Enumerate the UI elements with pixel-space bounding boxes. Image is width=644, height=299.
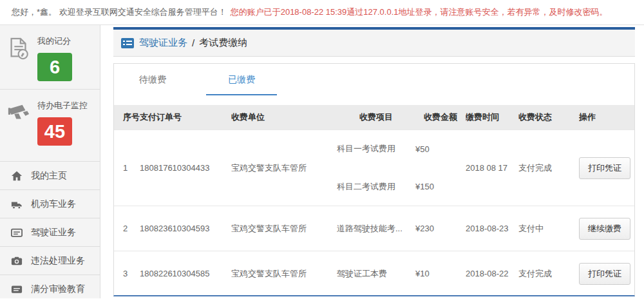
fee-item-name: 道路驾驶技能考... (337, 223, 402, 235)
fee-item-name: 科目二考试费用 (337, 181, 395, 193)
cell-amounts: ¥230 (415, 206, 466, 251)
cell-unit: 宝鸡交警支队车管所 (231, 130, 337, 206)
sidebar-item-机动车业务[interactable]: 机动车业务 (0, 189, 100, 218)
cell-item-names: 驾驶证工本费 (337, 251, 415, 296)
cell-pay-time: 2018-08-23 (466, 206, 518, 251)
sidebar-item-满分审验教育[interactable]: 满分审验教育 (0, 275, 100, 299)
payment-panel: 待缴费已缴费 序号支付订单号收费单位收费项目收费金额缴费时间收费状态操作1180… (113, 63, 635, 296)
print-receipt-button[interactable]: 打印凭证 (579, 263, 630, 285)
cell-item-names: 道路驾驶技能考... (337, 206, 415, 251)
sidebar-item-label: 机动车业务 (31, 198, 76, 210)
breadcrumb-section-link[interactable]: 驾驶证业务 (139, 37, 187, 49)
payment-tabs: 待缴费已缴费 (114, 64, 634, 95)
breadcrumb-current-page: 考试费缴纳 (199, 37, 247, 49)
motor-vehicle-icon (11, 198, 23, 210)
violation-camera-icon (11, 255, 23, 267)
payments-table: 序号支付订单号收费单位收费项目收费金额缴费时间收费状态操作11808176103… (114, 105, 634, 296)
cell-amounts: ¥50¥150 (415, 130, 466, 206)
col-order-no: 支付订单号 (140, 105, 231, 130)
cell-index: 2 (114, 206, 140, 251)
print-receipt-button[interactable]: 打印凭证 (579, 157, 630, 179)
cell-order-no: 180817610304433 (140, 130, 231, 206)
score-document-icon (6, 35, 32, 81)
education-card-icon (11, 284, 23, 295)
col-amount: 收费金额 (415, 105, 466, 130)
table-header-row: 序号支付订单号收费单位收费项目收费金额缴费时间收费状态操作 (114, 105, 634, 130)
sidebar-item-label: 驾驶证业务 (31, 227, 76, 238)
sidebar-menu: 我的主页机动车业务驾驶证业务违法处理业务满分审验教育 (0, 161, 100, 299)
col-unit: 收费单位 (231, 105, 337, 130)
drivers-license-icon (11, 227, 23, 238)
cell-pay-time: 2018-08-22 (466, 251, 518, 296)
home-icon (11, 170, 23, 182)
cell-unit: 宝鸡交警支队车管所 (231, 206, 337, 251)
cell-status: 支付完成 (518, 130, 579, 206)
main-content: 驾驶证业务 / 考试费缴纳 待缴费已缴费 序号支付订单号收费单位收费项目收费金额… (100, 25, 644, 298)
stat-badge: 45 (37, 117, 72, 146)
fee-item-amount: ¥10 (415, 269, 430, 278)
stat-label: 待办电子监控 (37, 100, 88, 111)
cell-item-names: 科目一考试费用科目二考试费用 (337, 130, 415, 206)
greeting-text: 您好，*鑫。 欢迎登录互联网交通安全综合服务管理平台！ (12, 6, 227, 18)
fee-item-amount: ¥50 (415, 144, 430, 154)
cell-index: 3 (114, 251, 140, 296)
cell-order-no: 180822610304585 (140, 251, 231, 296)
breadcrumb-separator: / (192, 37, 194, 48)
cell-action: 继续缴费 (579, 206, 634, 251)
fee-item-amount: ¥150 (415, 182, 434, 191)
tab-unpaid[interactable]: 待缴费 (117, 74, 188, 95)
cell-status: 支付中 (518, 206, 579, 251)
cell-amounts: ¥10 (415, 251, 466, 296)
cell-action: 打印凭证 (579, 251, 634, 296)
cell-unit: 宝鸡交警支队车管所 (231, 251, 337, 296)
sidebar-item-label: 我的主页 (31, 170, 67, 182)
sidebar-stat-monitor[interactable]: 待办电子监控45 (0, 89, 100, 153)
surveillance-camera-icon (6, 100, 32, 146)
col-action: 操作 (579, 105, 634, 130)
col-item: 收费项目 (337, 105, 415, 130)
fee-item-amount: ¥230 (415, 224, 434, 233)
sidebar-item-驾驶证业务[interactable]: 驾驶证业务 (0, 218, 100, 246)
cell-action: 打印凭证 (579, 130, 634, 206)
stat-label: 我的记分 (37, 35, 72, 47)
sidebar-item-我的主页[interactable]: 我的主页 (0, 161, 100, 189)
list-icon (121, 38, 134, 48)
cell-pay-time: 2018 08 17 (466, 130, 518, 206)
page-layout: 我的记分6待办电子监控45 我的主页机动车业务驾驶证业务违法处理业务满分审验教育… (0, 25, 644, 298)
sidebar-item-label: 满分审验教育 (31, 284, 85, 295)
table-row: 2180823610304593宝鸡交警支队车管所道路驾驶技能考...¥2302… (114, 206, 634, 251)
table-row: 1180817610304433宝鸡交警支队车管所科目一考试费用科目二考试费用¥… (114, 130, 634, 206)
table-row: 3180822610304585宝鸡交警支队车管所驾驶证工本费¥102018-0… (114, 251, 634, 296)
stat-badge: 6 (37, 53, 72, 81)
cell-order-no: 180823610304593 (140, 206, 231, 251)
login-warning-text: 您的账户已于2018-08-22 15:39通过127.0.0.1地址登录，请注… (231, 6, 608, 18)
sidebar-stats: 我的记分6待办电子监控45 (0, 25, 100, 153)
col-status: 收费状态 (518, 105, 579, 130)
fee-item-name: 科目一考试费用 (337, 143, 395, 155)
sidebar-item-label: 违法处理业务 (31, 255, 85, 267)
sidebar-item-违法处理业务[interactable]: 违法处理业务 (0, 246, 100, 275)
tab-paid[interactable]: 已缴费 (206, 74, 277, 95)
continue-payment-button[interactable]: 继续缴费 (579, 218, 630, 240)
cell-index: 1 (114, 130, 140, 206)
top-message-bar: 您好，*鑫。 欢迎登录互联网交通安全综合服务管理平台！ 您的账户已于2018-0… (0, 0, 644, 25)
cell-status: 支付完成 (518, 251, 579, 296)
col-index: 序号 (114, 105, 140, 130)
fee-item-name: 驾驶证工本费 (337, 268, 387, 280)
breadcrumb: 驾驶证业务 / 考试费缴纳 (113, 30, 635, 57)
sidebar: 我的记分6待办电子监控45 我的主页机动车业务驾驶证业务违法处理业务满分审验教育 (0, 25, 100, 298)
col-pay-time: 缴费时间 (466, 105, 518, 130)
sidebar-stat-score[interactable]: 我的记分6 (0, 25, 100, 89)
